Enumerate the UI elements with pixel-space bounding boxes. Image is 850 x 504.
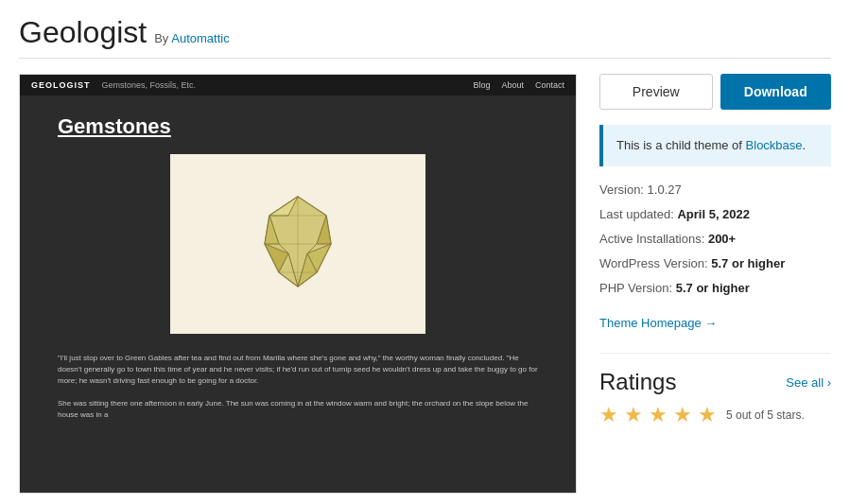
theme-homepage-link[interactable]: Theme Homepage → bbox=[599, 316, 831, 330]
star-4: ★ bbox=[673, 403, 692, 427]
star-3: ★ bbox=[649, 403, 668, 427]
main-layout: GEOLOGIST Gemstones, Fossils, Etc. Blog … bbox=[19, 74, 831, 494]
stars-row: ★ ★ ★ ★ ★ 5 out of 5 stars. bbox=[599, 403, 831, 427]
sidebar: Preview Download This is a child theme o… bbox=[599, 74, 831, 494]
screenshot-content: Gemstones bbox=[20, 96, 576, 493]
download-button[interactable]: Download bbox=[720, 74, 832, 110]
gem-image-container bbox=[170, 154, 425, 334]
wp-version-value: 5.7 or higher bbox=[711, 256, 785, 270]
star-5: ★ bbox=[698, 403, 717, 427]
ratings-header: Ratings See all › bbox=[599, 369, 831, 395]
active-installs-row: Active Installations: 200+ bbox=[599, 231, 831, 248]
star-1: ★ bbox=[599, 403, 618, 427]
php-version-row: PHP Version: 5.7 or higher bbox=[599, 280, 831, 297]
mini-browser-bar: GEOLOGIST Gemstones, Fossils, Etc. Blog … bbox=[20, 75, 576, 96]
nav-about: About bbox=[501, 80, 524, 90]
screenshot-heading: Gemstones bbox=[58, 114, 538, 139]
star-label: 5 out of 5 stars. bbox=[726, 408, 805, 422]
preview-panel: GEOLOGIST Gemstones, Fossils, Etc. Blog … bbox=[19, 74, 577, 494]
theme-meta: Version: 1.0.27 Last updated: April 5, 2… bbox=[599, 182, 831, 298]
nav-blog: Blog bbox=[473, 80, 490, 90]
child-theme-notice: This is a child theme of Blockbase. bbox=[599, 125, 831, 166]
last-updated-value: April 5, 2022 bbox=[677, 207, 750, 221]
see-all-link[interactable]: See all › bbox=[786, 375, 831, 390]
site-logo-mini: GEOLOGIST bbox=[31, 80, 91, 90]
nav-contact: Contact bbox=[535, 80, 564, 90]
last-updated-row: Last updated: April 5, 2022 bbox=[599, 206, 831, 223]
site-tagline-mini: Gemstones, Fossils, Etc. bbox=[102, 80, 197, 90]
screenshot-paragraph1: "I'll just stop over to Green Gables aft… bbox=[58, 353, 538, 387]
php-version-value: 5.7 or higher bbox=[676, 281, 750, 295]
screenshot-paragraph2: She was sitting there one afternoon in e… bbox=[58, 398, 538, 421]
star-2: ★ bbox=[624, 403, 643, 427]
blockbase-link[interactable]: Blockbase bbox=[746, 138, 803, 152]
page-header: Geologist By Automattic bbox=[19, 15, 831, 59]
action-buttons: Preview Download bbox=[599, 74, 831, 110]
gem-illustration bbox=[241, 187, 355, 301]
preview-button[interactable]: Preview bbox=[599, 74, 713, 110]
author-link[interactable]: Automattic bbox=[171, 31, 229, 45]
ratings-title: Ratings bbox=[599, 369, 676, 395]
version-value: 1.0.27 bbox=[648, 182, 682, 197]
page-wrapper: Geologist By Automattic GEOLOGIST Gemsto… bbox=[0, 0, 850, 504]
preview-nav: Blog About Contact bbox=[473, 80, 564, 90]
ratings-section: Ratings See all › ★ ★ ★ ★ ★ 5 out of 5 s… bbox=[599, 353, 831, 427]
theme-title: Geologist bbox=[19, 15, 147, 50]
version-row: Version: 1.0.27 bbox=[599, 182, 831, 199]
chevron-right-icon: › bbox=[827, 375, 831, 390]
active-installs-value: 200+ bbox=[708, 232, 736, 246]
theme-author: By Automattic bbox=[154, 31, 230, 45]
wp-version-row: WordPress Version: 5.7 or higher bbox=[599, 255, 831, 272]
